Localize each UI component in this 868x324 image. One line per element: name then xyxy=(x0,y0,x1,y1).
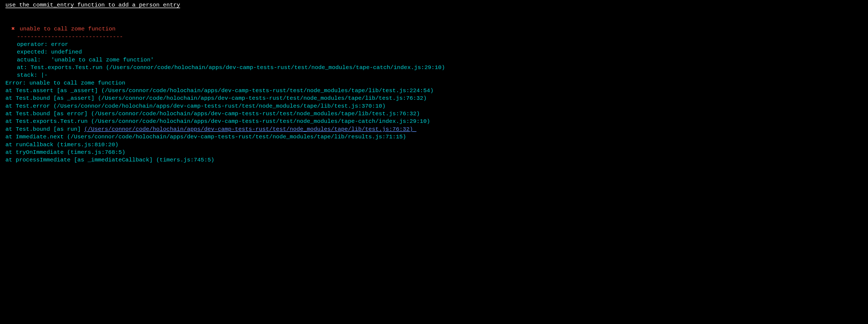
test-title-text: use the commit_entry function to add a p… xyxy=(5,2,180,8)
stack-frame: at processImmediate [as _immediateCallba… xyxy=(5,156,868,164)
error-section: ✖ unable to call zome function ---------… xyxy=(0,25,868,164)
detail-stack-label: stack: |- xyxy=(17,71,868,79)
stack-trace: Error: unable to call zome function at T… xyxy=(5,79,868,164)
stack-error-line: Error: unable to call zome function xyxy=(5,79,868,87)
stack-frame: at runCallback (timers.js:810:20) xyxy=(5,141,868,149)
stack-frame: at Immediate.next (/Users/connor/code/ho… xyxy=(5,133,868,141)
stack-frame: at Test.assert [as _assert] (/Users/conn… xyxy=(5,87,868,95)
stack-frame: at tryOnImmediate (timers.js:768:5) xyxy=(5,149,868,156)
detail-at: at: Test.exports.Test.run (/Users/connor… xyxy=(17,64,868,71)
detail-expected: expected: undefined xyxy=(17,49,868,56)
fail-icon: ✖ xyxy=(11,26,15,32)
stack-frame: at Test.bound [as error] (/Users/connor/… xyxy=(5,110,868,118)
error-divider: ------------------------------- xyxy=(5,33,868,41)
stack-frame: at Test.exports.Test.run (/Users/connor/… xyxy=(5,118,868,125)
stack-frame-file-link[interactable]: (/Users/connor/code/holochain/apps/dev-c… xyxy=(84,126,416,132)
stack-frame: at Test.error (/Users/connor/code/holoch… xyxy=(5,102,868,110)
detail-actual: actual: 'unable to call zome function' xyxy=(17,56,868,64)
test-title: use the commit_entry function to add a p… xyxy=(0,0,868,10)
error-message: unable to call zome function xyxy=(20,26,116,32)
error-header: ✖ unable to call zome function xyxy=(5,25,868,33)
detail-operator: operator: error xyxy=(17,41,868,49)
stack-frame: at Test.bound [as _assert] (/Users/conno… xyxy=(5,95,868,102)
error-details: operator: error expected: undefined actu… xyxy=(5,41,868,79)
stack-frame-with-link: at Test.bound [as run] (/Users/connor/co… xyxy=(5,125,868,133)
stack-frame-prefix: at Test.bound [as run] xyxy=(5,126,84,132)
